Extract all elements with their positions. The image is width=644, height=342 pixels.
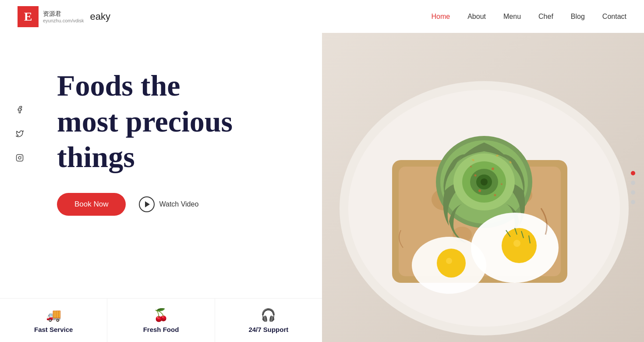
logo-url: eyunzhu.com/vdisk [43, 18, 84, 23]
watch-video-label: Watch Video [159, 200, 198, 208]
headphone-icon: 🎧 [261, 308, 276, 322]
svg-point-29 [513, 240, 520, 247]
social-icons [13, 103, 26, 164]
fresh-food-label: Fresh Food [143, 326, 179, 333]
svg-rect-0 [17, 155, 23, 161]
twitter-icon[interactable] [13, 127, 26, 140]
slider-dot-4[interactable] [631, 200, 635, 204]
truck-icon: 🚚 [46, 308, 61, 322]
play-button-icon[interactable] [139, 196, 155, 212]
food-image [322, 33, 644, 342]
svg-point-18 [474, 175, 477, 177]
nav-menu[interactable]: Menu [503, 13, 521, 21]
logo[interactable]: E 资源君 eyunzhu.com/vdisk eaky [18, 6, 110, 27]
fast-service-label: Fast Service [34, 326, 73, 333]
nav-blog[interactable]: Blog [571, 13, 585, 21]
watch-video-button[interactable]: Watch Video [139, 196, 198, 212]
logo-text-block: 资源君 eyunzhu.com/vdisk [43, 10, 84, 23]
logo-chinese: 资源君 [43, 10, 84, 18]
nav-contact[interactable]: Contact [602, 13, 626, 21]
instagram-icon[interactable] [13, 151, 26, 164]
logo-icon: E [18, 6, 39, 27]
svg-point-21 [494, 194, 496, 196]
svg-point-19 [501, 183, 502, 185]
cherry-icon: 🍒 [153, 308, 169, 322]
play-triangle [145, 201, 150, 207]
svg-point-22 [470, 166, 472, 167]
left-panel: Foods the most precious things Book Now … [0, 33, 322, 342]
feature-support: 🎧 24/7 Support [215, 299, 322, 342]
hero-title: Foods the most precious things [57, 68, 296, 175]
svg-point-16 [481, 178, 488, 185]
nav-about[interactable]: About [467, 13, 486, 21]
svg-point-17 [492, 167, 494, 170]
feature-fresh-food: 🍒 Fresh Food [107, 299, 215, 342]
svg-point-20 [478, 189, 481, 192]
nav-home[interactable]: Home [432, 13, 450, 21]
feature-fast-service: 🚚 Fast Service [0, 299, 107, 342]
right-panel [322, 33, 644, 342]
feature-cards: 🚚 Fast Service 🍒 Fresh Food 🎧 24/7 Suppo… [0, 298, 322, 342]
nav-chef[interactable]: Chef [538, 13, 553, 21]
svg-point-31 [437, 249, 466, 278]
support-label: 24/7 Support [248, 326, 288, 333]
slider-dot-3[interactable] [631, 190, 635, 195]
main-wrapper: Foods the most precious things Book Now … [0, 0, 644, 342]
nav: Home About Menu Chef Blog Contact [432, 13, 627, 21]
logo-brand: eaky [90, 11, 110, 22]
slider-dot-1[interactable] [631, 171, 635, 175]
facebook-icon[interactable] [13, 103, 26, 116]
slider-dot-2[interactable] [631, 181, 635, 185]
svg-point-32 [446, 258, 452, 264]
book-now-button[interactable]: Book Now [57, 193, 126, 216]
header: E 资源君 eyunzhu.com/vdisk eaky Home About … [0, 0, 644, 33]
hero-actions: Book Now Watch Video [57, 193, 296, 216]
hero-content: Foods the most precious things Book Now … [0, 33, 322, 298]
food-illustration [322, 33, 644, 342]
slider-dots [631, 171, 635, 204]
